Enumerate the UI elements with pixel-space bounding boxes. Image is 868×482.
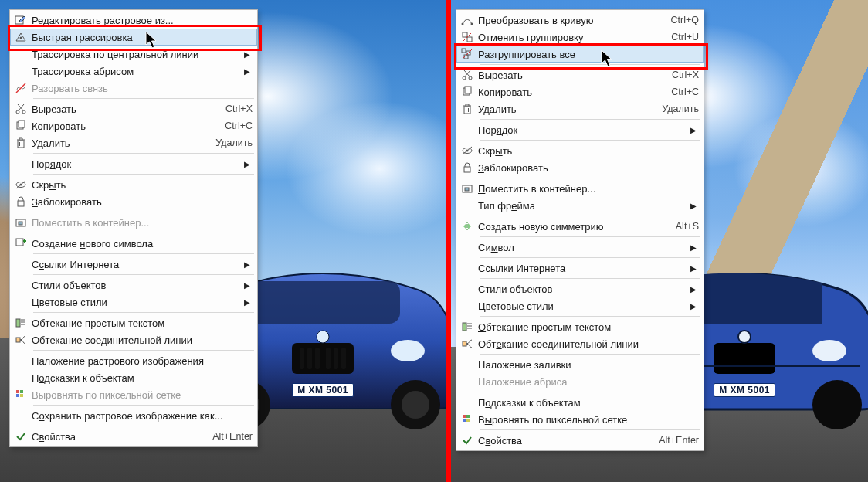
menu-item[interactable]: Заблокировать xyxy=(456,159,704,176)
menu-item-label: Ссылки Интернета xyxy=(478,263,688,274)
left-pane-raster: M XM 5001 Редактировать растровое из...Б… xyxy=(0,0,446,482)
menu-item[interactable]: Цветовые стили▶ xyxy=(456,297,704,314)
menu-item[interactable]: Обтекание соединительной линии xyxy=(10,331,257,348)
menu-item[interactable]: Обтекание простым текстом xyxy=(10,314,257,331)
menu-item-label: Создать новую симметрию xyxy=(478,221,663,233)
menu-separator xyxy=(480,429,700,430)
cut-icon xyxy=(10,103,32,115)
license-plate-right: M XM 5001 xyxy=(714,383,775,397)
submenu-arrow-icon: ▶ xyxy=(242,260,253,269)
menu-item[interactable]: СвойстваAlt+Enter xyxy=(10,428,257,445)
check-icon xyxy=(10,430,32,443)
menu-separator xyxy=(33,405,254,406)
menu-item[interactable]: УдалитьУдалить xyxy=(456,100,704,117)
menu-separator xyxy=(33,274,254,275)
delete-icon xyxy=(10,137,32,149)
menu-item[interactable]: ВырезатьCtrl+X xyxy=(10,100,257,117)
menu-item[interactable]: Стили объектов▶ xyxy=(10,277,257,294)
menu-item-label: Удалить xyxy=(32,137,203,149)
menu-item[interactable]: Тип фрейма▶ xyxy=(456,197,704,214)
menu-item-shortcut: Ctrl+C xyxy=(212,120,253,131)
to-curve-icon xyxy=(456,14,478,26)
menu-item[interactable]: КопироватьCtrl+C xyxy=(10,117,257,134)
menu-separator xyxy=(480,216,700,216)
menu-item-label: Скрыть xyxy=(478,145,699,157)
menu-item-label: Свойства xyxy=(478,435,646,446)
menu-separator xyxy=(33,426,254,426)
menu-item[interactable]: Создание нового символа xyxy=(10,235,257,252)
menu-item: Поместить в контейнер... xyxy=(10,214,257,231)
menu-item[interactable]: Ссылки Интернета▶ xyxy=(456,260,704,277)
edit-bitmap-icon xyxy=(10,14,32,26)
menu-separator xyxy=(33,174,254,175)
menu-separator xyxy=(33,153,254,154)
menu-item-label: Порядок xyxy=(478,124,688,136)
wrap-text-icon xyxy=(10,317,32,329)
menu-item[interactable]: Поместить в контейнер... xyxy=(456,180,704,197)
svg-rect-38 xyxy=(20,390,23,393)
svg-rect-36 xyxy=(16,338,20,342)
menu-item[interactable]: Трассировка абрисом▶ xyxy=(10,63,257,80)
menu-item[interactable]: Обтекание соединительной линии xyxy=(456,335,704,352)
menu-item[interactable]: Символ▶ xyxy=(456,239,704,256)
menu-item[interactable]: Сохранить растровое изображение как... xyxy=(10,407,257,424)
svg-rect-13 xyxy=(341,348,346,369)
svg-rect-22 xyxy=(18,141,24,148)
menu-item[interactable]: Скрыть xyxy=(456,142,704,159)
submenu-arrow-icon: ▶ xyxy=(688,202,699,210)
red-divider xyxy=(446,0,451,482)
menu-item[interactable]: Отменить группировкуCtrl+U xyxy=(456,29,704,46)
menu-item[interactable]: ВырезатьCtrl+X xyxy=(456,66,704,83)
context-menu-right[interactable]: Преобразовать в кривуюCtrl+QОтменить гру… xyxy=(456,9,704,451)
menu-item-label: Обтекание простым текстом xyxy=(478,321,699,333)
context-menu-left[interactable]: Редактировать растровое из...Быстрая тра… xyxy=(9,9,258,447)
menu-item[interactable]: Заблокировать xyxy=(10,193,257,210)
menu-item[interactable]: Преобразовать в кривуюCtrl+Q xyxy=(456,12,704,29)
svg-rect-59 xyxy=(465,87,471,93)
menu-item[interactable]: Подсказки к объектам xyxy=(10,369,257,386)
menu-item[interactable]: Порядок▶ xyxy=(10,155,257,172)
menu-item[interactable]: Создать новую симметриюAlt+S xyxy=(456,218,704,235)
menu-item[interactable]: Обтекание простым текстом xyxy=(456,318,704,335)
ungroup-icon xyxy=(456,31,478,43)
menu-item-label: Создание нового символа xyxy=(32,238,253,249)
menu-separator xyxy=(480,64,700,65)
svg-rect-74 xyxy=(463,415,466,418)
svg-rect-69 xyxy=(463,323,466,331)
svg-rect-75 xyxy=(466,415,470,418)
menu-item[interactable]: Стили объектов▶ xyxy=(456,280,704,297)
menu-item-label: Скрыть xyxy=(32,179,253,191)
svg-rect-32 xyxy=(16,319,20,327)
pixel-align-icon xyxy=(456,413,478,426)
menu-item-label: Цветовые стили xyxy=(32,297,242,308)
svg-rect-21 xyxy=(19,120,25,127)
menu-item[interactable]: Редактировать растровое из... xyxy=(10,12,257,29)
menu-item[interactable]: Разгруппировать все xyxy=(456,46,704,63)
svg-rect-77 xyxy=(466,419,470,422)
menu-item-label: Подсказки к объектам xyxy=(32,372,253,384)
menu-item[interactable]: Цветовые стили▶ xyxy=(10,294,257,311)
menu-item[interactable]: Наложение заливки xyxy=(456,356,704,373)
menu-item-label: Отменить группировку xyxy=(478,32,659,43)
menu-item-label: Наложение заливки xyxy=(478,359,699,371)
lock-icon xyxy=(10,195,32,208)
svg-rect-73 xyxy=(463,341,466,346)
menu-item[interactable]: Скрыть xyxy=(10,176,257,193)
menu-item[interactable]: Выровнять по пиксельной сетке xyxy=(456,411,704,428)
menu-item[interactable]: СвойстваAlt+Enter xyxy=(456,432,704,449)
menu-item-shortcut: Alt+S xyxy=(663,221,699,232)
new-symbol-icon xyxy=(10,237,32,249)
menu-item[interactable]: КопироватьCtrl+C xyxy=(456,83,704,100)
menu-separator xyxy=(480,278,700,279)
menu-item[interactable]: Подсказки к объектам xyxy=(456,394,704,411)
svg-point-18 xyxy=(16,110,19,114)
menu-item[interactable]: УдалитьУдалить xyxy=(10,134,257,151)
menu-item[interactable]: Быстрая трассировка xyxy=(10,29,257,46)
menu-item[interactable]: Наложение растрового изображения xyxy=(10,352,257,369)
menu-item-shortcut: Alt+Enter xyxy=(646,435,699,446)
menu-item[interactable]: Порядок▶ xyxy=(456,121,704,138)
menu-item[interactable]: Ссылки Интернета▶ xyxy=(10,256,257,273)
menu-item[interactable]: Трассировка по центральной линии▶ xyxy=(10,46,257,63)
menu-item-label: Тип фрейма xyxy=(478,200,688,212)
submenu-arrow-icon: ▶ xyxy=(242,67,253,76)
